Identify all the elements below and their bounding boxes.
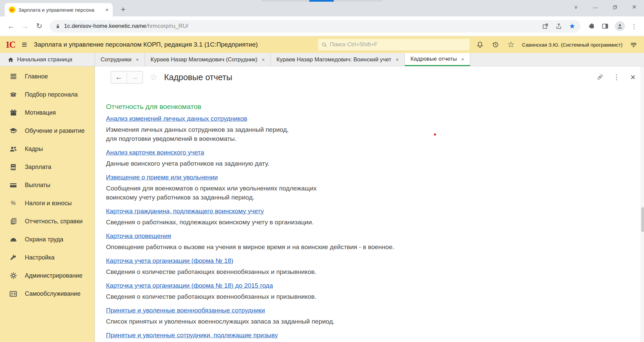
sidebar-item-motivation[interactable]: Мотивация xyxy=(0,104,95,122)
extensions-puzzle-icon[interactable] xyxy=(588,22,595,30)
phone-icon: ☎ xyxy=(9,90,18,99)
search-input[interactable] xyxy=(330,41,466,48)
open-in-new-icon[interactable] xyxy=(542,23,549,30)
close-window-button[interactable]: × xyxy=(625,0,644,14)
maximize-button[interactable] xyxy=(605,0,625,14)
profile-avatar[interactable] xyxy=(615,21,625,31)
add-favorite-star-icon[interactable]: ☆ xyxy=(150,72,158,82)
close-form-icon[interactable]: × xyxy=(629,73,637,81)
browser-menu-icon[interactable]: ⋮ xyxy=(631,22,637,30)
browser-address-bar: ← → ↻ 1c.denisov-home.keenetic.name/hrmc… xyxy=(0,16,644,36)
sidebar-item-recruiting[interactable]: ☎ Подбор персонала xyxy=(0,86,95,104)
documents-icon xyxy=(9,217,18,226)
forward-button[interactable]: → xyxy=(19,20,31,32)
history-icon[interactable] xyxy=(490,40,500,50)
tab-close-icon[interactable]: × xyxy=(136,57,139,62)
report-description: Сведения о работниках, подлежащих воинск… xyxy=(106,218,644,227)
tab-hr-reports[interactable]: Кадровые отчеты × xyxy=(405,53,470,66)
report-link[interactable]: Карточка гражданина, подлежащего воинско… xyxy=(106,207,264,216)
sections-sidebar: Главное ☎ Подбор персонала Мотивация Обу… xyxy=(0,66,95,342)
report-link[interactable]: Карточка оповещения xyxy=(106,231,171,240)
app-title: Зарплата и управление персоналом КОРП, р… xyxy=(34,41,258,48)
browser-action-icons: ⋮ xyxy=(588,21,637,31)
red-dot-marker xyxy=(434,133,436,135)
sidebar-item-taxes[interactable]: % Налоги и взносы xyxy=(0,194,95,212)
omnibox[interactable]: 1c.denisov-home.keenetic.name/hrmcorp/ru… xyxy=(50,20,581,33)
back-button[interactable]: ← xyxy=(5,20,17,32)
sidebar-item-training[interactable]: Обучение и развитие xyxy=(0,122,95,140)
vertical-scrollbar[interactable] xyxy=(641,66,644,342)
tab-military-record[interactable]: Кураев Назар Магомедович: Воинский учет … xyxy=(271,53,405,66)
sidebar-item-administration[interactable]: Администрирование xyxy=(0,267,95,285)
sidebar-item-main[interactable]: Главное xyxy=(0,67,95,86)
report-link[interactable]: Анализ изменений личных данных сотрудник… xyxy=(106,114,247,123)
tab-home[interactable]: Начальная страница xyxy=(0,53,95,66)
bank-card-icon xyxy=(9,181,18,190)
get-link-icon[interactable] xyxy=(596,73,604,81)
tab-close-icon[interactable]: × xyxy=(461,56,464,62)
form-toolbar: ← → ☆ Кадровые отчеты ⋮ × xyxy=(95,66,644,88)
report-link[interactable]: Принятые и уволенные сотрудники, подлежа… xyxy=(106,331,278,340)
bookmark-star-icon[interactable]: ★ xyxy=(569,22,575,30)
report-item: Извещение о приеме или увольнении Сообще… xyxy=(106,173,644,202)
section-heading: Отчетность для военкоматов xyxy=(106,103,644,111)
report-link[interactable]: Анализ карточек воинского учета xyxy=(106,148,204,157)
tab-close-icon[interactable]: × xyxy=(262,57,265,62)
more-menu-icon[interactable]: ⋮ xyxy=(613,73,620,81)
hard-hat-icon xyxy=(9,235,18,244)
report-link[interactable]: Карточка учета организации (форма № 18) … xyxy=(106,281,273,290)
page-title: Кадровые отчеты xyxy=(164,72,232,82)
report-description: Данные воинского учета работников на зад… xyxy=(106,159,644,168)
tab-close-icon[interactable]: × xyxy=(105,7,109,13)
report-description: Сообщения для военкоматов о приемах или … xyxy=(106,184,644,202)
scrollbar-thumb[interactable] xyxy=(641,207,644,232)
sidebar-item-labor-safety[interactable]: Охрана труда xyxy=(0,230,95,248)
tab-employee-card[interactable]: Кураев Назар Магомедович (Сотрудник) × xyxy=(145,53,271,66)
nav-back-button[interactable]: ← xyxy=(111,71,127,83)
report-item: Карточка учета организации (форма № 18) … xyxy=(106,281,644,301)
url-domain: 1c.denisov-home.keenetic.name xyxy=(64,23,146,29)
report-link[interactable]: Принятые и уволенные военнообязанные сот… xyxy=(106,306,265,315)
sidebar-item-settings[interactable]: Настройка xyxy=(0,248,95,267)
sidebar-item-label: Выплаты xyxy=(25,182,50,189)
notifications-bell-icon[interactable] xyxy=(475,40,485,50)
tab-close-icon[interactable]: × xyxy=(396,57,399,62)
report-link[interactable]: Карточка учета организации (форма № 18) xyxy=(106,256,233,265)
current-user[interactable]: Савинская З.Ю. (Системный программист) xyxy=(522,42,623,48)
sidebar-item-hr[interactable]: Кадры xyxy=(0,140,95,158)
url-path: /hrmcorp/ru_RU/ xyxy=(146,23,189,29)
tab-search-chevron-icon[interactable]: ∨ xyxy=(566,0,586,14)
browser-tab[interactable]: 1С Зарплата и управление персона × xyxy=(5,3,113,16)
sidebar-item-label: Главное xyxy=(25,73,48,80)
nav-forward-button[interactable]: → xyxy=(127,71,143,83)
minimize-button[interactable]: — xyxy=(586,0,605,14)
global-search-box[interactable] xyxy=(318,39,470,50)
sidebar-item-salary[interactable]: Зарплата xyxy=(0,158,95,176)
main-menu-burger-icon[interactable]: ≡ xyxy=(22,40,27,49)
report-link[interactable]: Извещение о приеме или увольнении xyxy=(106,173,218,182)
graduation-cap-icon xyxy=(9,126,18,135)
report-description: Оповещение работника о вызове на учения … xyxy=(106,242,644,251)
browser-tab-title: Зарплата и управление персона xyxy=(18,7,102,13)
new-tab-button[interactable]: + xyxy=(118,4,128,14)
url-text[interactable]: 1c.denisov-home.keenetic.name/hrmcorp/ru… xyxy=(64,23,539,30)
reload-button[interactable]: ↻ xyxy=(34,20,45,32)
side-panel-icon[interactable] xyxy=(601,22,609,30)
tab-label: Начальная страница xyxy=(17,56,72,63)
sidebar-item-label: Подбор персонала xyxy=(25,91,78,98)
sidebar-item-self-service[interactable]: Самообслуживание xyxy=(0,285,95,303)
gear-icon xyxy=(9,271,18,280)
tab-employees[interactable]: Сотрудники × xyxy=(95,53,145,66)
share-icon[interactable] xyxy=(555,23,562,30)
sidebar-item-payments[interactable]: Выплаты xyxy=(0,176,95,194)
sidebar-item-reporting[interactable]: Отчетность, справки xyxy=(0,212,95,230)
person-icon xyxy=(616,23,623,30)
home-icon xyxy=(7,56,14,63)
sidebar-item-label: Администрирование xyxy=(25,272,83,279)
search-icon xyxy=(321,42,327,48)
report-item: Карточка учета организации (форма № 18) … xyxy=(106,256,644,276)
app-body: Главное ☎ Подбор персонала Мотивация Обу… xyxy=(0,66,644,342)
user-menu-icon[interactable] xyxy=(629,40,639,50)
wrench-icon xyxy=(9,253,18,262)
favorites-star-icon[interactable]: ☆ xyxy=(506,40,516,50)
